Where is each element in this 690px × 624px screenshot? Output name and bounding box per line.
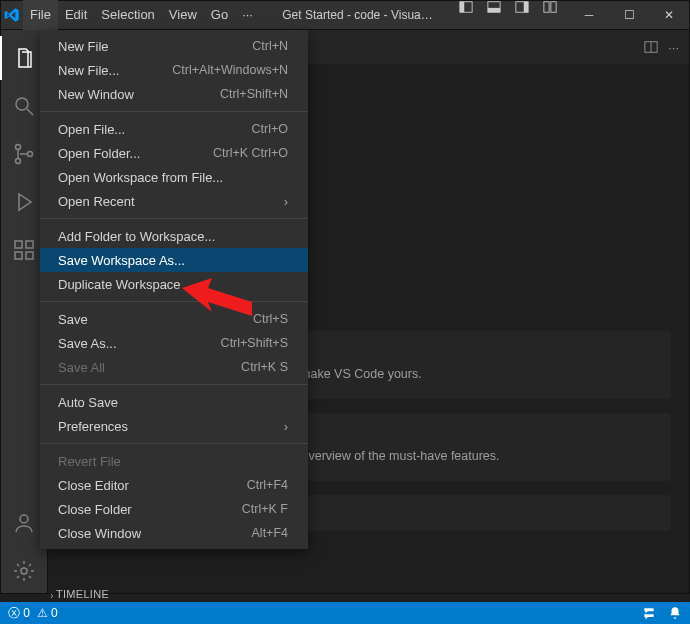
error-count: 0: [23, 606, 30, 620]
menu-new-file[interactable]: New FileCtrl+N: [40, 34, 308, 58]
menu-open-workspace[interactable]: Open Workspace from File...: [40, 165, 308, 189]
svg-rect-3: [488, 8, 500, 12]
bell-icon[interactable]: [668, 606, 682, 620]
chevron-right-icon: ›: [284, 194, 288, 209]
maximize-button[interactable]: ☐: [609, 0, 649, 30]
svg-rect-6: [544, 2, 549, 13]
more-actions-icon[interactable]: ···: [668, 40, 679, 55]
toggle-panel-left-icon[interactable]: [459, 0, 481, 30]
menu-save-workspace-as[interactable]: Save Workspace As...: [40, 248, 308, 272]
svg-line-9: [27, 109, 33, 115]
svg-rect-1: [460, 2, 464, 13]
customize-layout-icon[interactable]: [543, 0, 565, 30]
warning-count: 0: [51, 606, 58, 620]
timeline-section[interactable]: ›TIMELINE: [50, 588, 109, 600]
svg-point-11: [16, 159, 21, 164]
menu-new-file-template[interactable]: New File...Ctrl+Alt+Windows+N: [40, 58, 308, 82]
toggle-panel-right-icon[interactable]: [515, 0, 537, 30]
status-problems[interactable]: ⓧ 0 ⚠ 0: [8, 605, 58, 622]
close-button[interactable]: ✕: [649, 0, 689, 30]
minimize-button[interactable]: ─: [569, 0, 609, 30]
svg-rect-13: [15, 241, 22, 248]
menu-bar: File Edit Selection View Go ···: [23, 0, 260, 30]
svg-point-12: [28, 152, 33, 157]
svg-point-18: [21, 568, 27, 574]
vscode-logo: [1, 0, 23, 30]
menu-preferences[interactable]: Preferences›: [40, 414, 308, 438]
svg-rect-15: [26, 252, 33, 259]
menu-open-folder[interactable]: Open Folder...Ctrl+K Ctrl+O: [40, 141, 308, 165]
menu-auto-save[interactable]: Auto Save: [40, 390, 308, 414]
svg-point-17: [20, 515, 28, 523]
menu-save-as[interactable]: Save As...Ctrl+Shift+S: [40, 331, 308, 355]
svg-point-8: [16, 98, 28, 110]
toggle-panel-bottom-icon[interactable]: [487, 0, 509, 30]
layout-controls: [455, 0, 569, 30]
titlebar: File Edit Selection View Go ··· Get Star…: [0, 0, 690, 30]
menu-save-all[interactable]: Save AllCtrl+K S: [40, 355, 308, 379]
menu-save[interactable]: SaveCtrl+S: [40, 307, 308, 331]
menu-add-folder[interactable]: Add Folder to Workspace...: [40, 224, 308, 248]
warning-icon: ⚠: [37, 606, 48, 620]
menu-go[interactable]: Go: [204, 0, 235, 30]
menu-selection[interactable]: Selection: [94, 0, 161, 30]
error-icon: ⓧ: [8, 606, 20, 620]
svg-rect-5: [524, 2, 528, 13]
menu-edit[interactable]: Edit: [58, 0, 94, 30]
menu-more[interactable]: ···: [235, 0, 260, 30]
menu-close-window[interactable]: Close WindowAlt+F4: [40, 521, 308, 545]
menu-close-folder[interactable]: Close FolderCtrl+K F: [40, 497, 308, 521]
status-bar: ⓧ 0 ⚠ 0: [0, 602, 690, 624]
svg-rect-14: [15, 252, 22, 259]
activity-settings[interactable]: [0, 549, 48, 593]
svg-rect-16: [26, 241, 33, 248]
svg-rect-7: [551, 2, 556, 13]
chevron-right-icon: ›: [284, 419, 288, 434]
menu-file[interactable]: File: [23, 0, 58, 30]
file-menu-dropdown: New FileCtrl+N New File...Ctrl+Alt+Windo…: [40, 30, 308, 549]
menu-duplicate-workspace[interactable]: Duplicate Workspace: [40, 272, 308, 296]
window-controls: ─ ☐ ✕: [569, 0, 689, 30]
menu-close-editor[interactable]: Close EditorCtrl+F4: [40, 473, 308, 497]
menu-view[interactable]: View: [162, 0, 204, 30]
menu-open-recent[interactable]: Open Recent›: [40, 189, 308, 213]
menu-new-window[interactable]: New WindowCtrl+Shift+N: [40, 82, 308, 106]
menu-open-file[interactable]: Open File...Ctrl+O: [40, 117, 308, 141]
window-title: Get Started - code - Visua…: [260, 8, 455, 22]
menu-revert-file[interactable]: Revert File: [40, 449, 308, 473]
svg-point-10: [16, 145, 21, 150]
split-editor-icon[interactable]: [644, 40, 658, 55]
feedback-icon[interactable]: [642, 606, 656, 620]
